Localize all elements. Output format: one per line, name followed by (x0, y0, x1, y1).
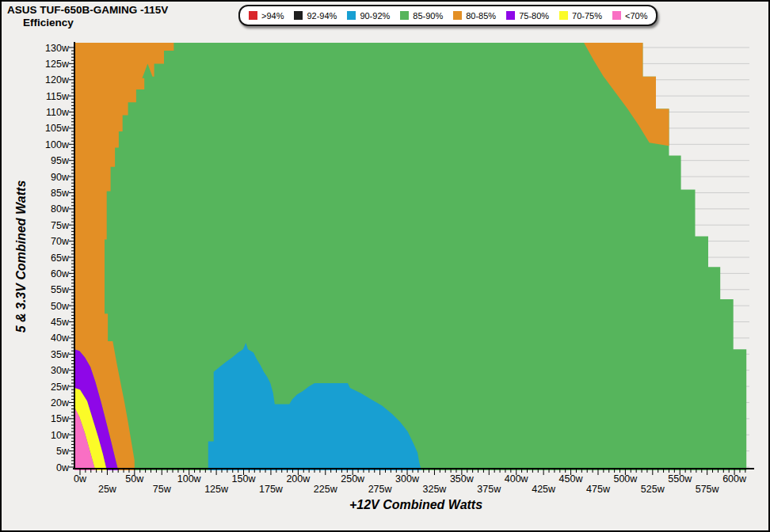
y-tick-label: 125w (45, 59, 70, 70)
legend-swatch (294, 11, 303, 20)
x-tick-label: 450w (559, 473, 584, 484)
x-tick-label: 475w (586, 484, 611, 495)
legend-item: 92-94% (294, 11, 337, 21)
y-tick-label: 30w (51, 365, 70, 376)
y-tick-label: 0w (56, 462, 70, 473)
x-tick-label: 375w (477, 484, 501, 495)
legend-item: 80-85% (453, 11, 496, 21)
y-tick-label: 60w (51, 268, 70, 279)
x-tick-label: 575w (696, 484, 720, 495)
y-tick-label: 110w (46, 107, 70, 118)
y-tick-label: 10w (51, 430, 70, 441)
legend-item: 70-75% (559, 11, 602, 21)
x-tick-label: 200w (286, 473, 311, 484)
x-tick-label: 50w (125, 473, 144, 484)
legend-item: >94% (249, 11, 284, 21)
y-tick-label: 70w (51, 236, 70, 247)
x-tick-label: 300w (395, 473, 420, 484)
legend-swatch (249, 11, 257, 20)
x-tick-label: 325w (423, 484, 448, 495)
y-tick-label: 55w (51, 284, 70, 295)
legend-item-label: 70-75% (572, 11, 602, 21)
x-tick-label: 425w (532, 484, 556, 495)
y-tick-label: 115w (46, 91, 70, 102)
x-tick-label: 100w (177, 473, 202, 484)
legend-item-label: 80-85% (466, 11, 496, 21)
x-tick-label: 150w (232, 473, 257, 484)
y-tick-label: 5w (56, 446, 70, 457)
x-tick-label: 125w (204, 484, 229, 495)
legend-item-label: >94% (261, 11, 284, 21)
y-tick-label: 75w (51, 220, 70, 231)
x-tick-label: 600w (722, 473, 747, 484)
legend-item: <70% (612, 11, 647, 21)
x-tick-label: 25w (98, 484, 117, 495)
legend-item-label: <70% (625, 11, 647, 21)
y-axis-title: 5 & 3.3V Combined Watts (14, 180, 28, 333)
y-tick-label: 95w (51, 155, 70, 166)
y-tick-label: 80w (51, 203, 70, 215)
y-tick-label: 50w (51, 301, 70, 312)
x-tick-label: 400w (505, 473, 529, 484)
legend-swatch (347, 11, 356, 20)
y-tick-label: 20w (51, 397, 70, 408)
y-tick-label: 40w (51, 332, 70, 344)
y-tick-label: 100w (45, 139, 70, 150)
efficiency-legend: >94%92-94%90-92%85-90%80-85%75-80%70-75%… (238, 5, 658, 26)
legend-swatch (453, 11, 462, 20)
x-tick-label: 500w (613, 473, 638, 484)
y-tick-label: 35w (51, 349, 70, 360)
x-tick-label: 275w (368, 484, 393, 495)
y-tick-label: 105w (45, 123, 70, 134)
legend-swatch (400, 11, 409, 20)
legend-swatch (612, 11, 621, 20)
page-root: ASUS TUF-650B-GAMING -115V Efficiency >9… (0, 0, 770, 532)
x-tick-label: 0w (74, 473, 87, 484)
y-tick-label: 65w (51, 253, 70, 264)
y-tick-label: 85w (51, 188, 70, 199)
x-tick-label: 225w (314, 484, 338, 495)
legend-item-label: 85-90% (413, 11, 443, 21)
legend-item: 90-92% (347, 11, 390, 21)
legend-item-label: 90-92% (360, 11, 390, 21)
legend-item: 75-80% (506, 11, 549, 21)
x-axis-title: +12V Combined Watts (349, 498, 482, 511)
legend-item-label: 75-80% (519, 11, 549, 21)
y-tick-label: 130w (45, 43, 70, 54)
y-tick-label: 45w (51, 317, 70, 328)
x-tick-label: 75w (153, 484, 172, 495)
efficiency-chart: 0w25w50w75w100w125w150w175w200w225w250w2… (2, 2, 770, 532)
legend-item: 85-90% (400, 11, 443, 21)
x-tick-label: 550w (668, 473, 692, 484)
x-tick-label: 175w (259, 484, 284, 495)
y-tick-label: 15w (51, 413, 70, 424)
legend-item-label: 92-94% (307, 11, 337, 21)
x-tick-label: 525w (641, 484, 665, 495)
legend-swatch (506, 11, 515, 20)
x-tick-label: 250w (341, 473, 365, 484)
y-tick-label: 120w (45, 74, 70, 86)
x-tick-label: 350w (450, 473, 475, 484)
legend-swatch (559, 11, 568, 20)
y-tick-label: 90w (51, 172, 70, 183)
y-tick-label: 25w (51, 382, 70, 393)
